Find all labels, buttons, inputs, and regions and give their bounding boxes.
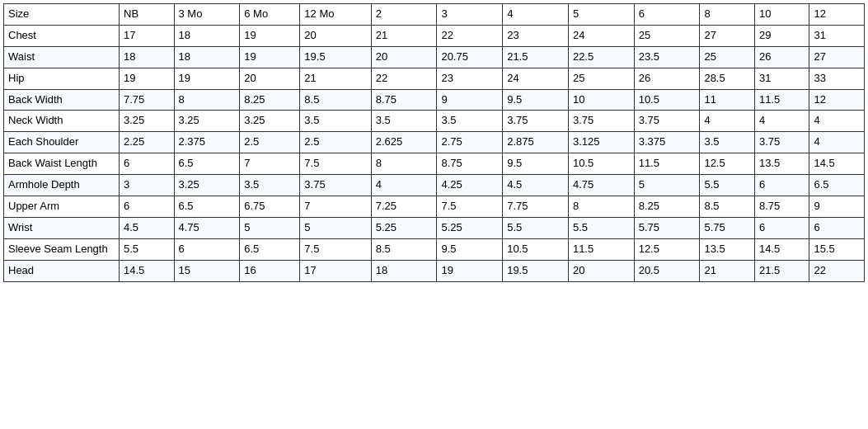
cell-value: 24 bbox=[503, 68, 569, 89]
cell-value: 7 bbox=[300, 196, 371, 218]
cell-value: 5.25 bbox=[371, 217, 437, 238]
cell-value: 19 bbox=[240, 46, 300, 68]
cell-value: 17 bbox=[120, 25, 175, 46]
col-header-size-NB: NB bbox=[120, 4, 175, 26]
cell-value: 24 bbox=[568, 25, 634, 46]
cell-value: 3.75 bbox=[634, 111, 700, 132]
cell-value: 8.5 bbox=[700, 196, 755, 218]
cell-value: 3.25 bbox=[174, 175, 240, 196]
col-header-size-12: 12 bbox=[809, 4, 865, 26]
cell-value: 20.5 bbox=[634, 260, 700, 281]
cell-value: 4.25 bbox=[437, 175, 503, 196]
cell-value: 8.75 bbox=[754, 196, 809, 218]
cell-value: 22 bbox=[437, 25, 503, 46]
cell-value: 6.75 bbox=[240, 196, 300, 218]
table-row: Upper Arm66.56.7577.257.57.7588.258.58.7… bbox=[4, 196, 865, 218]
cell-value: 10 bbox=[568, 89, 634, 111]
cell-value: 6.5 bbox=[809, 175, 865, 196]
cell-value: 2.875 bbox=[503, 132, 569, 153]
cell-value: 15.5 bbox=[809, 238, 865, 260]
cell-value: 22 bbox=[809, 260, 865, 281]
cell-value: 10.5 bbox=[503, 238, 569, 260]
cell-value: 6 bbox=[754, 217, 809, 238]
cell-value: 21 bbox=[300, 68, 371, 89]
cell-value: 6 bbox=[120, 153, 175, 175]
row-label: Back Width bbox=[4, 89, 120, 111]
table-row: Armhole Depth33.253.53.7544.254.54.7555.… bbox=[4, 175, 865, 196]
row-label: Chest bbox=[4, 25, 120, 46]
col-header-size-2: 2 bbox=[371, 4, 437, 26]
cell-value: 4 bbox=[371, 175, 437, 196]
col-header-size-8: 8 bbox=[700, 4, 755, 26]
cell-value: 14.5 bbox=[120, 260, 175, 281]
cell-value: 5.25 bbox=[437, 217, 503, 238]
cell-value: 4.5 bbox=[120, 217, 175, 238]
cell-value: 17 bbox=[300, 260, 371, 281]
col-header-size-6: 6 bbox=[634, 4, 700, 26]
cell-value: 3.75 bbox=[300, 175, 371, 196]
cell-value: 5.75 bbox=[700, 217, 755, 238]
cell-value: 28.5 bbox=[700, 68, 755, 89]
col-header-size-3-Mo: 3 Mo bbox=[174, 4, 240, 26]
cell-value: 3.5 bbox=[300, 111, 371, 132]
table-row: Back Width7.7588.258.58.7599.51010.51111… bbox=[4, 89, 865, 111]
cell-value: 31 bbox=[809, 25, 865, 46]
col-header-label: Size bbox=[4, 4, 120, 26]
table-row: Waist18181919.52020.7521.522.523.5252627 bbox=[4, 46, 865, 68]
cell-value: 7.5 bbox=[300, 153, 371, 175]
col-header-size-6-Mo: 6 Mo bbox=[240, 4, 300, 26]
cell-value: 9 bbox=[809, 196, 865, 218]
cell-value: 5 bbox=[300, 217, 371, 238]
cell-value: 10.5 bbox=[568, 153, 634, 175]
cell-value: 19 bbox=[240, 25, 300, 46]
cell-value: 6.5 bbox=[240, 238, 300, 260]
cell-value: 26 bbox=[634, 68, 700, 89]
cell-value: 8 bbox=[174, 89, 240, 111]
cell-value: 3.5 bbox=[700, 132, 755, 153]
row-label: Each Shoulder bbox=[4, 132, 120, 153]
sizing-table: SizeNB3 Mo6 Mo12 Mo2345681012 Chest17181… bbox=[3, 3, 865, 282]
cell-value: 3.25 bbox=[174, 111, 240, 132]
cell-value: 21 bbox=[371, 25, 437, 46]
col-header-size-5: 5 bbox=[568, 4, 634, 26]
cell-value: 3.25 bbox=[120, 111, 175, 132]
cell-value: 6 bbox=[120, 196, 175, 218]
cell-value: 4 bbox=[700, 111, 755, 132]
cell-value: 2.625 bbox=[371, 132, 437, 153]
cell-value: 3.125 bbox=[568, 132, 634, 153]
cell-value: 7 bbox=[240, 153, 300, 175]
cell-value: 3.25 bbox=[240, 111, 300, 132]
cell-value: 7.75 bbox=[503, 196, 569, 218]
cell-value: 19 bbox=[437, 260, 503, 281]
cell-value: 16 bbox=[240, 260, 300, 281]
cell-value: 5.5 bbox=[120, 238, 175, 260]
row-label: Back Waist Length bbox=[4, 153, 120, 175]
cell-value: 12.5 bbox=[700, 153, 755, 175]
cell-value: 18 bbox=[371, 260, 437, 281]
table-row: Chest171819202122232425272931 bbox=[4, 25, 865, 46]
cell-value: 9.5 bbox=[437, 238, 503, 260]
cell-value: 7.75 bbox=[120, 89, 175, 111]
cell-value: 19 bbox=[174, 68, 240, 89]
cell-value: 9 bbox=[437, 89, 503, 111]
cell-value: 5 bbox=[634, 175, 700, 196]
cell-value: 18 bbox=[174, 46, 240, 68]
cell-value: 8.25 bbox=[634, 196, 700, 218]
cell-value: 20 bbox=[568, 260, 634, 281]
cell-value: 3.5 bbox=[240, 175, 300, 196]
cell-value: 2.75 bbox=[437, 132, 503, 153]
table-row: Sleeve Seam Length5.566.57.58.59.510.511… bbox=[4, 238, 865, 260]
cell-value: 19.5 bbox=[503, 260, 569, 281]
row-label: Sleeve Seam Length bbox=[4, 238, 120, 260]
cell-value: 5.5 bbox=[503, 217, 569, 238]
cell-value: 12.5 bbox=[634, 238, 700, 260]
table-row: Head14.5151617181919.52020.52121.522 bbox=[4, 260, 865, 281]
cell-value: 5.75 bbox=[634, 217, 700, 238]
row-label: Head bbox=[4, 260, 120, 281]
cell-value: 15 bbox=[174, 260, 240, 281]
row-label: Upper Arm bbox=[4, 196, 120, 218]
cell-value: 12 bbox=[809, 89, 865, 111]
cell-value: 31 bbox=[754, 68, 809, 89]
cell-value: 7.5 bbox=[300, 238, 371, 260]
cell-value: 8 bbox=[568, 196, 634, 218]
